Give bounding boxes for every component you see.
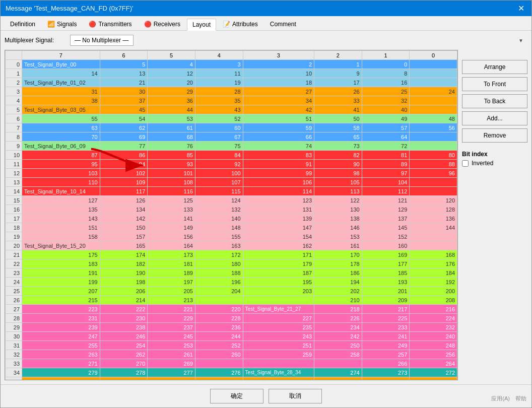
grid-cell — [410, 60, 457, 69]
grid-cell: 130 — [314, 205, 362, 214]
tab-layout[interactable]: Layout — [187, 19, 216, 31]
grid-cell: 206 — [100, 287, 148, 296]
inverted-checkbox[interactable] — [462, 160, 469, 167]
grid-cell: 136 — [410, 214, 457, 223]
table-row[interactable]: 22183182181180179178177176 — [6, 259, 457, 268]
arrange-button[interactable]: Arrange — [462, 60, 527, 74]
col-header-0: 0 — [410, 51, 457, 60]
grid-cell: 134 — [100, 205, 148, 214]
grid-cell: 143 — [22, 214, 100, 223]
grid-cell: 183 — [22, 259, 100, 268]
table-row[interactable]: 14Test_Signal_Byte_10_141171161151141131… — [6, 187, 457, 196]
table-row[interactable]: 108786858483828180 — [6, 151, 457, 160]
grid-cell: 237 — [148, 323, 195, 332]
row-index: 22 — [6, 259, 22, 268]
table-row[interactable]: 30247246245244243242241240 — [6, 332, 457, 341]
table-row[interactable]: 27223222221220Test_Signal_Byte_21_272182… — [6, 305, 457, 314]
grid-cell: 88 — [410, 160, 457, 169]
table-row[interactable]: 1141312111098 — [6, 69, 457, 78]
help-link[interactable]: 帮助 — [515, 395, 526, 401]
grid-cell: 240 — [410, 332, 457, 341]
table-row[interactable]: 20Test_Signal_Byte_15_201651641631621611… — [6, 241, 457, 250]
row-index: 20 — [6, 241, 22, 250]
table-row[interactable]: 26215214213210209208 — [6, 296, 457, 305]
table-row[interactable]: 119594939291908988 — [6, 160, 457, 169]
grid-cell: 153 — [314, 232, 362, 241]
main-layout: 7 6 5 4 3 2 1 0 0Test_Signal_Byte_005432… — [5, 50, 527, 380]
grid-cell: 55 — [22, 114, 100, 123]
multiplexer-select[interactable]: — No Multiplexer — — [70, 35, 134, 46]
grid-cell: 83 — [243, 151, 314, 160]
signals-icon: 📶 — [47, 21, 55, 28]
cancel-button[interactable]: 取消 — [269, 389, 322, 403]
footer: 确定 取消 应用(A) 帮助 — [1, 384, 531, 407]
tab-transmitters[interactable]: 🔴 Transmitters — [83, 18, 137, 30]
grid-cell: 154 — [243, 232, 314, 241]
grid-cell: 266 — [362, 359, 410, 368]
grid-cell: 73 — [314, 142, 362, 151]
tab-attributes[interactable]: 📝 Attributes — [217, 18, 263, 30]
grid-area[interactable]: 7 6 5 4 3 2 1 0 0Test_Signal_Byte_005432… — [5, 50, 458, 380]
to-back-button[interactable]: To Back — [462, 94, 527, 108]
table-row[interactable]: 0Test_Signal_Byte_00543210 — [6, 60, 457, 69]
table-row[interactable]: 23191190189188187186185184 — [6, 268, 457, 278]
table-row[interactable]: 438373635343332 — [6, 96, 457, 105]
table-row[interactable]: 19158157156155154153152 — [6, 232, 457, 241]
add-button[interactable]: Add... — [462, 111, 527, 125]
table-row[interactable]: 13110109108107106105104 — [6, 178, 457, 187]
grid-cell: 37 — [100, 96, 148, 105]
table-row[interactable]: 870696867666564 — [6, 132, 457, 142]
grid-cell: 30 — [100, 87, 148, 96]
remove-button[interactable]: Remove — [462, 128, 527, 143]
signal-name-cell: Test_Signal_Byte_01_02 — [22, 78, 100, 87]
table-row[interactable]: 35287286285284283282281280 — [6, 377, 457, 381]
grid-cell: 72 — [362, 142, 410, 151]
table-row[interactable]: 33130292827262524 — [6, 87, 457, 96]
table-row[interactable]: 18151150149148147146145144 — [6, 223, 457, 232]
table-row[interactable]: 1210310210110099989796 — [6, 169, 457, 178]
table-row[interactable]: 15127126125124123122121120 — [6, 196, 457, 205]
table-row[interactable]: 76362616059585756 — [6, 123, 457, 132]
tab-comment[interactable]: Comment — [264, 18, 302, 30]
table-row[interactable]: 21175174173172171170169168 — [6, 250, 457, 259]
to-front-button[interactable]: To Front — [462, 77, 527, 91]
grid-cell: 147 — [243, 223, 314, 232]
grid-cell: 163 — [195, 241, 243, 250]
grid-cell — [410, 187, 457, 196]
tab-definition-label: Definition — [10, 21, 35, 28]
grid-cell: 192 — [410, 278, 457, 287]
row-index: 33 — [6, 359, 22, 368]
tab-receivers[interactable]: 🔴 Receivers — [139, 18, 186, 30]
row-index: 7 — [6, 123, 22, 132]
ok-button[interactable]: 确定 — [210, 389, 263, 403]
grid-cell: 63 — [22, 123, 100, 132]
table-row[interactable]: 29239238237236235234233232 — [6, 323, 457, 332]
table-row[interactable]: 25207206205204203202201200 — [6, 287, 457, 296]
table-row[interactable]: 17143142141140139138137136 — [6, 214, 457, 223]
table-row[interactable]: 2Test_Signal_Byte_01_02212019181716 — [6, 78, 457, 87]
table-row[interactable]: 34279278277276Test_Signal_Byte_28_342742… — [6, 368, 457, 377]
table-row[interactable]: 28231230229228227226225224 — [6, 314, 457, 323]
table-row[interactable]: 24199198197196195194193192 — [6, 278, 457, 287]
grid-cell: 250 — [314, 341, 362, 350]
tab-definition[interactable]: Definition — [5, 18, 41, 30]
grid-cell: 43 — [195, 105, 243, 114]
grid-cell: 233 — [362, 323, 410, 332]
table-row[interactable]: 32263262261260259258257256 — [6, 350, 457, 359]
table-row[interactable]: 33271270269266264 — [6, 359, 457, 368]
grid-cell: 204 — [195, 287, 243, 296]
close-button[interactable]: ✕ — [516, 4, 526, 13]
grid-cell: 124 — [195, 196, 243, 205]
table-row[interactable]: 31255254253252251250249248 — [6, 341, 457, 350]
table-row[interactable]: 65554535251504948 — [6, 114, 457, 123]
grid-cell: 235 — [243, 323, 314, 332]
grid-cell: 260 — [195, 350, 243, 359]
grid-cell: 196 — [195, 278, 243, 287]
table-row[interactable]: 16135134133132131130129128 — [6, 205, 457, 214]
grid-cell: 273 — [362, 368, 410, 377]
table-row[interactable]: 5Test_Signal_Byte_03_05454443424140 — [6, 105, 457, 114]
apply-link[interactable]: 应用(A) — [491, 395, 510, 401]
tab-signals[interactable]: 📶 Signals — [42, 18, 82, 30]
grid-cell: 188 — [195, 268, 243, 278]
table-row[interactable]: 9Test_Signal_Byte_06_09777675747372 — [6, 142, 457, 151]
